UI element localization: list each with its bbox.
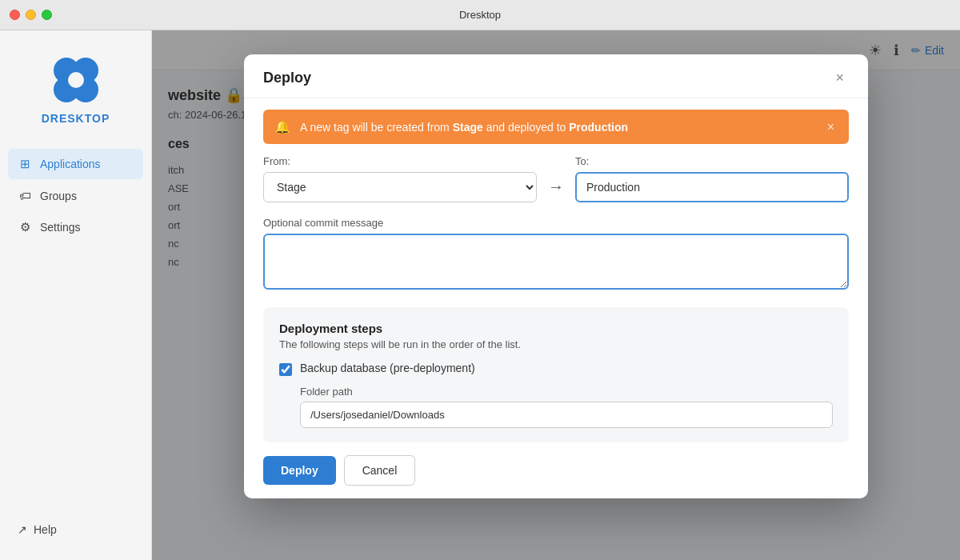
cancel-button[interactable]: Cancel <box>344 455 416 486</box>
modal-footer: Deploy Cancel <box>244 442 868 498</box>
folder-path-sub: Folder path <box>300 386 833 428</box>
sidebar-item-groups[interactable]: 🏷 Groups <box>8 181 143 210</box>
titlebar: Dresktop <box>0 0 960 30</box>
commit-textarea[interactable] <box>263 234 849 290</box>
sidebar-item-applications[interactable]: ⊞ Applications <box>8 149 143 179</box>
content-area: ☀ ℹ ✏ Edit website 🔒 ch: 2024-06-26.12 c… <box>152 30 960 560</box>
svg-point-4 <box>68 72 84 88</box>
dresktop-logo-icon <box>50 54 102 106</box>
to-input[interactable] <box>575 172 849 202</box>
alert-text: A new tag will be created from Stage and… <box>300 121 814 134</box>
modal-header: Deploy × <box>244 54 868 98</box>
sidebar-item-settings[interactable]: ⚙ Settings <box>8 212 143 242</box>
logo-text: DRESKTOP <box>42 112 110 125</box>
arrow-icon: → <box>548 178 564 196</box>
maximize-traffic-light[interactable] <box>42 10 52 20</box>
to-field: To: <box>575 155 849 202</box>
modal-backdrop: Deploy × 🔔 A new tag will be created fro… <box>152 30 960 560</box>
alert-bell-icon: 🔔 <box>274 119 290 134</box>
sidebar-item-label-applications: Applications <box>40 158 101 170</box>
traffic-lights <box>10 10 52 20</box>
groups-icon: 🏷 <box>18 189 32 202</box>
sidebar-nav: ⊞ Applications 🏷 Groups ⚙ Settings <box>0 149 151 515</box>
deploy-step-backup: Backup database (pre-deployment) <box>279 362 833 376</box>
backup-label: Backup database (pre-deployment) <box>300 362 475 374</box>
minimize-traffic-light[interactable] <box>26 10 36 20</box>
help-icon: ↗ <box>18 523 27 536</box>
deployment-steps-section: Deployment steps The following steps wil… <box>263 307 849 442</box>
folder-path-label: Folder path <box>300 386 833 398</box>
commit-label: Optional commit message <box>263 217 849 229</box>
folder-path-input[interactable] <box>300 402 833 428</box>
backup-checkbox[interactable] <box>279 363 292 376</box>
main-layout: DRESKTOP ⊞ Applications 🏷 Groups ⚙ Setti… <box>0 30 960 560</box>
sidebar-item-label-groups: Groups <box>40 190 77 202</box>
modal-body: From: Stage Development Production → To: <box>244 155 868 442</box>
logo-area: DRESKTOP <box>0 46 151 149</box>
alert-to-bold: Production <box>569 121 628 134</box>
settings-icon: ⚙ <box>18 220 32 234</box>
deployment-steps-subtitle: The following steps will be run in the o… <box>279 338 833 350</box>
alert-close-button[interactable]: × <box>824 120 838 134</box>
from-label: From: <box>263 155 537 167</box>
sidebar-footer-help[interactable]: ↗ Help <box>0 515 151 544</box>
deployment-steps-title: Deployment steps <box>279 322 833 335</box>
alert-from-bold: Stage <box>453 121 483 134</box>
deploy-button[interactable]: Deploy <box>263 456 336 485</box>
modal-title: Deploy <box>263 70 311 86</box>
close-traffic-light[interactable] <box>10 10 20 20</box>
from-field: From: Stage Development Production <box>263 155 537 202</box>
app-title: Dresktop <box>459 9 501 21</box>
deploy-modal: Deploy × 🔔 A new tag will be created fro… <box>244 54 868 498</box>
alert-banner: 🔔 A new tag will be created from Stage a… <box>263 110 849 144</box>
commit-message-field: Optional commit message <box>263 217 849 307</box>
sidebar-help-label: Help <box>34 523 57 536</box>
sidebar: DRESKTOP ⊞ Applications 🏷 Groups ⚙ Setti… <box>0 30 152 560</box>
deploy-from-to: From: Stage Development Production → To: <box>263 155 849 202</box>
applications-icon: ⊞ <box>18 157 32 171</box>
modal-close-button[interactable]: × <box>830 69 849 86</box>
from-select[interactable]: Stage Development Production <box>263 172 537 202</box>
to-label: To: <box>575 155 849 167</box>
sidebar-item-label-settings: Settings <box>40 221 81 234</box>
